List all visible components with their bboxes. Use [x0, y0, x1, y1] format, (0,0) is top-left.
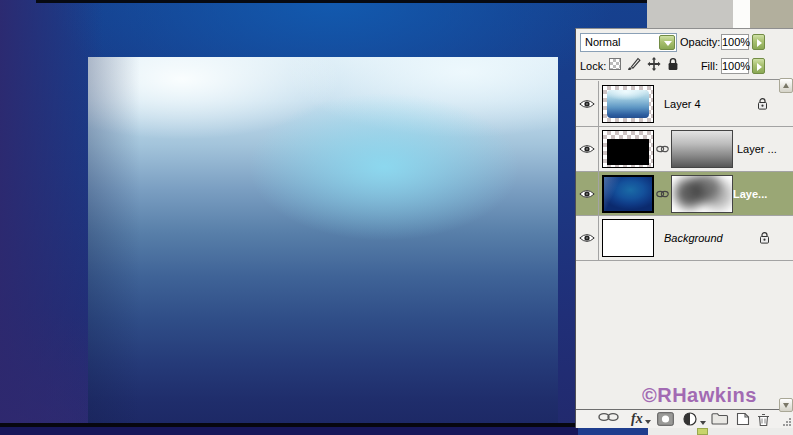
new-layer-icon	[736, 412, 750, 426]
palette-well-gray	[647, 0, 733, 28]
layer-thumbnail[interactable]	[602, 219, 654, 257]
header-divider	[576, 79, 793, 80]
eye-icon	[579, 144, 595, 154]
folder-icon	[711, 412, 729, 425]
fill-arrow-icon[interactable]	[752, 58, 765, 74]
layer-row-layer-masked[interactable]: Layer ...	[576, 127, 793, 172]
new-adjustment-layer-button[interactable]	[683, 412, 706, 427]
scroll-up-button[interactable]	[779, 78, 793, 93]
watermark-text: ©RHawkins	[642, 384, 757, 407]
document-canvas[interactable]	[88, 57, 558, 423]
layers-panel: Normal Opacity: 100% Lock: Fill: 100% La…	[575, 28, 793, 428]
lock-pixels-brush-icon[interactable]	[627, 57, 641, 71]
photoshop-screenshot: Normal Opacity: 100% Lock: Fill: 100% La…	[0, 0, 793, 435]
layer-row-background[interactable]: Background	[576, 216, 793, 261]
delete-layer-button[interactable]	[757, 412, 770, 427]
lock-transparency-icon[interactable]	[609, 58, 621, 70]
eye-icon	[579, 233, 595, 243]
blend-mode-value: Normal	[585, 36, 620, 49]
palette-well-beige	[750, 0, 793, 28]
layer-thumbnail[interactable]	[602, 85, 654, 123]
bottom-navy-strip	[0, 427, 578, 435]
scroll-up-icon	[783, 83, 789, 88]
chain-link-icon[interactable]	[656, 145, 669, 154]
layer-mask-thumbnail[interactable]	[671, 130, 733, 168]
layer-name[interactable]: Laye...	[733, 188, 767, 200]
chain-link-icon	[598, 412, 620, 422]
layer-style-button[interactable]: fx	[631, 412, 651, 425]
visibility-toggle[interactable]	[576, 81, 599, 126]
visibility-toggle[interactable]	[576, 172, 599, 215]
palette-well-white-strip	[733, 0, 750, 28]
link-layers-button[interactable]	[598, 412, 620, 422]
trash-icon	[757, 412, 770, 427]
add-layer-mask-button[interactable]	[657, 412, 674, 426]
visibility-toggle[interactable]	[576, 127, 599, 171]
new-group-button[interactable]	[711, 412, 729, 425]
scroll-down-button[interactable]	[779, 398, 793, 412]
layer-mask-thumbnail[interactable]	[671, 175, 733, 213]
opacity-arrow-icon[interactable]	[752, 34, 765, 50]
layers-panel-toolbar: fx	[576, 409, 793, 428]
lock-label: Lock:	[580, 60, 606, 72]
scroll-down-icon	[783, 403, 789, 408]
visibility-toggle[interactable]	[576, 216, 599, 260]
eye-icon	[579, 99, 595, 109]
blend-mode-select[interactable]: Normal	[580, 33, 677, 52]
opacity-label: Opacity:	[680, 36, 718, 48]
layer-thumbnail[interactable]	[602, 130, 654, 168]
bottom-gray-strip	[648, 428, 793, 435]
layer-mask-icon	[657, 412, 674, 426]
layer-name[interactable]: Layer ...	[737, 143, 777, 155]
padlock-icon	[759, 232, 770, 245]
new-layer-button[interactable]	[736, 412, 750, 426]
panel-resize-grip[interactable]	[783, 418, 791, 426]
top-black-strip	[36, 0, 648, 3]
padlock-icon	[757, 97, 768, 110]
layer-row-layer4[interactable]: Layer 4	[576, 81, 793, 127]
fill-label: Fill:	[688, 60, 718, 72]
layer-name[interactable]: Background	[664, 232, 723, 244]
lock-buttons-group	[609, 57, 679, 71]
eye-icon	[579, 189, 595, 199]
layer-name[interactable]: Layer 4	[664, 98, 701, 110]
lock-all-padlock-icon[interactable]	[667, 57, 679, 71]
bottom-taskbar-strip	[578, 427, 648, 435]
adjustment-layer-icon	[683, 412, 698, 427]
bottom-green-tab	[697, 428, 708, 435]
chain-link-icon[interactable]	[656, 189, 669, 198]
layer-row-selected[interactable]: Laye...	[576, 172, 793, 216]
fx-icon: fx	[631, 412, 643, 425]
fill-input[interactable]: 100%	[721, 58, 749, 74]
chevron-down-icon[interactable]	[659, 35, 675, 50]
lock-position-move-icon[interactable]	[647, 57, 661, 71]
layer-thumbnail[interactable]	[602, 175, 654, 213]
opacity-input[interactable]: 100%	[721, 34, 749, 50]
